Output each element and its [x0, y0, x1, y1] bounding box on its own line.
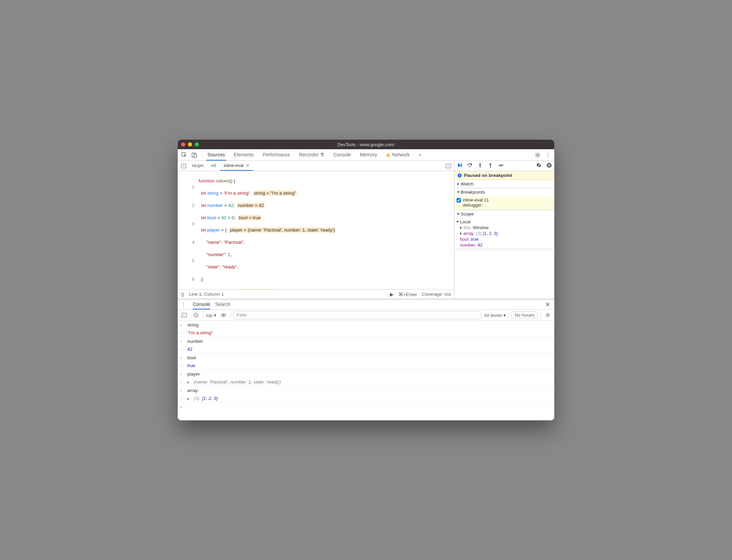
- console-prompt[interactable]: ›: [178, 403, 554, 411]
- paused-banner: Paused on breakpoint: [455, 171, 554, 180]
- line-gutter[interactable]: 1 2 3 4 5 6 7 8 9 10 11 12 13 14: [178, 171, 197, 289]
- context-selector[interactable]: top ▾: [206, 312, 216, 318]
- console-filter-input[interactable]: Filter: [234, 311, 482, 319]
- step-out-icon[interactable]: [487, 162, 493, 169]
- device-toggle-icon[interactable]: [190, 151, 199, 159]
- scope-body: Local this: Window array: (3) [1, 2, 3] …: [455, 218, 554, 249]
- svg-rect-8: [461, 163, 462, 167]
- tab-network[interactable]: Network: [384, 149, 411, 160]
- run-shortcut: ⌘+Enter: [398, 292, 417, 297]
- coverage-status: Coverage: n/a: [422, 292, 451, 297]
- tab-elements[interactable]: Elements: [232, 149, 255, 160]
- console-output[interactable]: ›string ‹·"I'm a string" ›number ‹·42 ›b…: [178, 321, 554, 420]
- breakpoints-section-header[interactable]: Breakpoints: [455, 188, 554, 196]
- more-tabs-icon[interactable]: »: [417, 149, 423, 160]
- svg-point-11: [490, 166, 491, 168]
- step-into-icon[interactable]: [477, 162, 483, 169]
- svg-rect-14: [548, 164, 549, 167]
- navigator-toggle-icon[interactable]: [179, 162, 188, 170]
- drawer-tabs: ⋮ Console Search ✕: [178, 299, 554, 310]
- drawer-close-icon[interactable]: ✕: [545, 301, 550, 308]
- info-icon: [457, 173, 462, 178]
- more-files-icon[interactable]: [444, 162, 453, 170]
- settings-gear-icon[interactable]: [533, 151, 542, 159]
- warning-icon: [386, 152, 391, 157]
- main-toolbar: Sources Elements Performance Recorder⚗ C…: [178, 149, 554, 161]
- file-tab-ref[interactable]: ref: [207, 161, 219, 171]
- svg-rect-15: [550, 164, 550, 167]
- log-level-selector[interactable]: All levels ▾: [484, 312, 506, 318]
- tab-memory[interactable]: Memory: [358, 149, 379, 160]
- cursor-position: Line 1, Column 1: [189, 292, 224, 297]
- console-settings-icon[interactable]: [543, 311, 552, 320]
- issues-button[interactable]: No Issues: [512, 311, 538, 319]
- flask-icon: ⚗: [320, 152, 324, 157]
- pause-exceptions-icon[interactable]: [546, 162, 552, 169]
- braces-icon[interactable]: {}: [181, 292, 184, 297]
- window-title: DevTools - www.google.com/: [178, 142, 554, 147]
- scope-number: number: 42: [457, 242, 552, 248]
- source-tabs: target ref inline-eval✕: [178, 161, 454, 171]
- scope-section-header[interactable]: Scope: [455, 210, 554, 218]
- code-content[interactable]: function values() { let string = 'I\'m a…: [197, 171, 454, 289]
- console-sidebar-icon[interactable]: [180, 311, 189, 320]
- resume-icon[interactable]: [457, 162, 463, 169]
- svg-rect-3: [388, 154, 389, 155]
- tab-console[interactable]: Console: [332, 149, 352, 160]
- watch-section-header[interactable]: Watch: [455, 180, 554, 188]
- titlebar: DevTools - www.google.com/: [178, 140, 554, 149]
- tab-performance[interactable]: Performance: [261, 149, 292, 160]
- svg-point-22: [223, 314, 224, 316]
- tab-recorder[interactable]: Recorder⚗: [298, 149, 326, 160]
- debugger-toolbar: [455, 161, 554, 171]
- editor-statusbar: {} Line 1, Column 1 ▶ ⌘+Enter Coverage: …: [178, 289, 454, 299]
- scope-bool: bool: true: [457, 236, 552, 242]
- tab-sources[interactable]: Sources: [206, 149, 226, 160]
- console-drawer: ⋮ Console Search ✕ top ▾ Filter All leve…: [178, 299, 554, 420]
- clear-console-icon[interactable]: [191, 311, 200, 320]
- step-icon[interactable]: [498, 162, 504, 169]
- debugger-sidebar: Paused on breakpoint Watch Breakpoints i…: [455, 161, 554, 299]
- drawer-tab-console[interactable]: Console: [193, 299, 210, 309]
- breakpoint-item[interactable]: inline-eval:11 debugger;: [455, 196, 554, 210]
- file-tab-inline-eval[interactable]: inline-eval✕: [220, 161, 253, 171]
- deactivate-breakpoints-icon[interactable]: [536, 162, 542, 169]
- inspect-element-icon[interactable]: [180, 151, 189, 159]
- svg-rect-18: [459, 174, 460, 175]
- close-tab-icon[interactable]: ✕: [246, 163, 249, 168]
- svg-rect-4: [388, 155, 389, 156]
- scope-array[interactable]: array: (3) [1, 2, 3]: [457, 230, 552, 236]
- live-expression-icon[interactable]: [219, 311, 228, 320]
- svg-point-12: [502, 165, 503, 166]
- code-editor[interactable]: 1 2 3 4 5 6 7 8 9 10 11 12 13 14: [178, 171, 454, 289]
- svg-point-5: [537, 154, 539, 156]
- run-icon[interactable]: ▶: [390, 292, 394, 297]
- svg-point-10: [479, 166, 481, 168]
- more-menu-icon[interactable]: ⋮: [543, 151, 552, 159]
- drawer-menu-icon[interactable]: ⋮: [179, 300, 188, 309]
- svg-point-23: [547, 314, 548, 316]
- svg-rect-17: [459, 175, 460, 177]
- panel-tabs: Sources Elements Performance Recorder⚗ C…: [206, 149, 423, 160]
- devtools-window: DevTools - www.google.com/ Sources Eleme…: [178, 140, 554, 420]
- svg-rect-2: [194, 154, 196, 157]
- file-tab-target[interactable]: target: [189, 161, 207, 171]
- breakpoint-checkbox[interactable]: [457, 198, 461, 202]
- console-toolbar: top ▾ Filter All levels ▾ No Issues: [178, 310, 554, 321]
- drawer-tab-search[interactable]: Search: [215, 299, 230, 309]
- svg-point-13: [547, 163, 552, 168]
- svg-point-9: [469, 166, 471, 167]
- step-over-icon[interactable]: [467, 162, 473, 169]
